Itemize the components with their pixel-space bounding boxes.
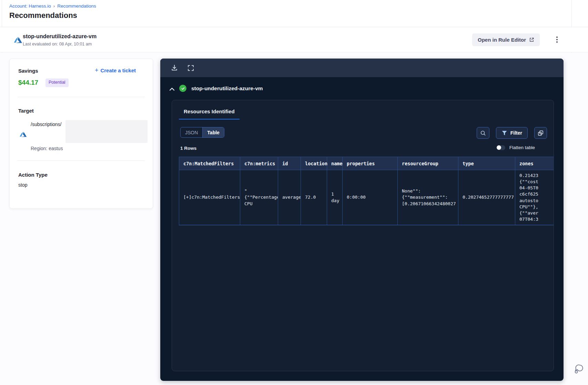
filter-button[interactable]: Filter [496,127,528,139]
viewer-title-row: stop-underutilized-azure-vm [160,77,564,97]
download-icon[interactable] [171,64,179,72]
plus-icon: + [95,67,99,73]
search-icon[interactable] [477,127,489,139]
rows-count: 1 Rows [180,146,196,151]
table-header-row: c7n:MatchedFilters c7n:metrics id locati… [179,157,554,170]
table-cell: None"": {""measurement"": [0.20671066342… [398,170,458,225]
breadcrumb-account-link[interactable]: Account: Harness.io [9,3,51,9]
column-header: resourceGroup [398,157,458,170]
funnel-icon [501,130,507,136]
flatten-toggle-group: Flatten table [497,145,535,150]
breadcrumb-separator: › [53,3,55,9]
table-cell: 72.0 [301,170,327,225]
open-rule-editor-button[interactable]: Open in Rule Editor [472,33,540,46]
table-row: [+]c7n:MatchedFilters[] " {""Percentage … [179,170,554,225]
recommendation-last-evaluated: Last evaluated on: 08 Apr, 10:01 am [23,42,92,46]
flatten-table-toggle[interactable] [497,145,505,150]
page-title: Recommendations [9,11,77,20]
column-header: location [301,157,327,170]
viewer-toolbar [160,59,564,77]
external-link-icon [529,37,534,42]
resources-card: Resources Identified JSON Table [172,100,554,371]
action-type-label: Action Type [18,172,48,178]
target-region: Region: eastus [31,146,63,151]
column-header: id [278,157,301,170]
azure-icon [13,35,23,45]
target-path: /subscriptions/ [31,122,61,127]
more-options-kebab-icon[interactable] [551,34,562,45]
table-cell: average [278,170,301,225]
viewer-rule-name: stop-underutilized-azure-vm [191,85,263,92]
savings-label: Savings [18,68,38,74]
evaluation-viewer-panel: stop-underutilized-azure-vm Resources Id… [160,59,564,381]
create-ticket-button[interactable]: + Create a ticket [95,67,136,73]
action-type-value: stop [18,182,27,188]
column-header: zones [515,157,554,170]
breadcrumb: Account: Harness.io›Recommendations [9,3,96,9]
copy-icon[interactable] [534,127,547,139]
table-cell: " {""Percentage CPU [240,170,278,225]
filter-label: Filter [510,130,522,136]
target-path-redacted-block [65,120,148,143]
flatten-table-label: Flatten table [509,145,535,150]
table-cell: 1 day [327,170,343,225]
matched-filters-expand-link[interactable]: [+]c7n:MatchedFilters[] [179,170,240,225]
column-header: type [458,157,515,170]
divider [18,160,145,161]
table-actions: Filter [477,127,547,139]
tab-resources-identified[interactable]: Resources Identified [179,106,240,119]
support-chat-icon[interactable] [573,363,585,375]
recommendation-details-card: Savings + Create a ticket $44.17 Potenti… [9,59,153,209]
column-header: c7n:MatchedFilters [179,157,240,170]
column-header: c7n:metrics [240,157,278,170]
column-header: name [327,157,343,170]
chevron-up-icon[interactable] [169,87,175,92]
savings-amount: $44.17 [18,79,38,86]
resources-table-container: c7n:MatchedFilters c7n:metrics id locati… [179,157,554,227]
view-mode-json[interactable]: JSON [181,127,202,137]
table-cell: 0:00:00 [343,170,398,225]
recommendations-page: Account: Harness.io›Recommendations Reco… [0,0,588,385]
view-mode-table[interactable]: Table [202,127,224,137]
breadcrumb-current-link[interactable]: Recommendations [57,3,96,9]
create-ticket-label: Create a ticket [100,67,136,73]
divider [18,97,145,97]
recommendation-header: stop-underutilized-azure-vm Last evaluat… [0,27,588,52]
rows-bar: 1 Rows Flatten table [172,145,554,152]
column-header: properties [343,157,398,170]
table-cell: 0.21423 {""cost 04-05T0 c6cf625 autosto … [515,170,554,225]
table-cell: 0.20274652777777777 [458,170,515,225]
target-label: Target [18,108,34,114]
recommendation-name: stop-underutilized-azure-vm [23,33,97,40]
resources-table: c7n:MatchedFilters c7n:metrics id locati… [179,157,554,225]
azure-icon [19,131,27,139]
open-rule-editor-label: Open in Rule Editor [478,37,526,43]
success-check-icon [179,85,186,92]
savings-potential-badge: Potential [45,79,69,87]
view-mode-toggle: JSON Table [180,127,224,138]
fullscreen-icon[interactable] [187,64,195,72]
table-controls-row: JSON Table Fi [172,127,554,139]
